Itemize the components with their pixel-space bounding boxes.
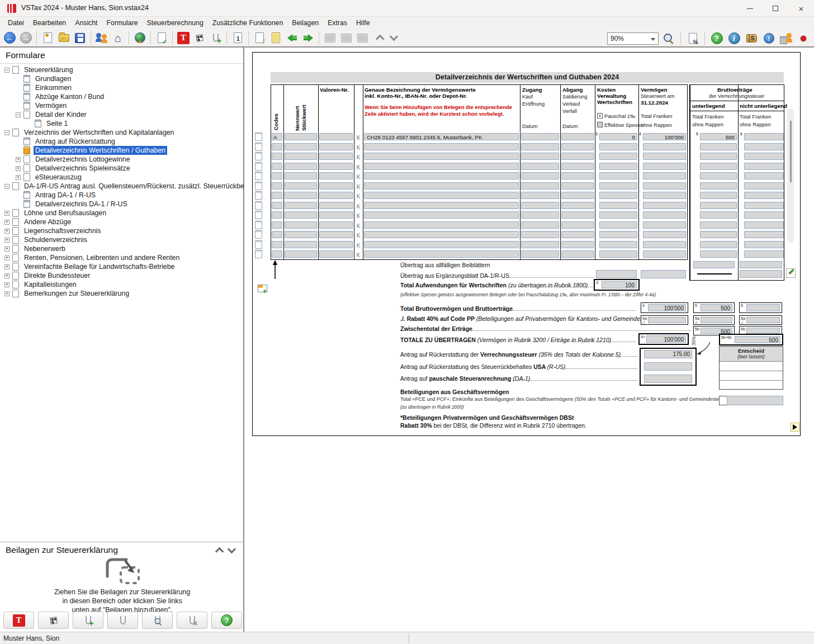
tree-item[interactable]: Löhne und Berufsauslagen <box>0 209 243 217</box>
valoren-field[interactable] <box>319 192 353 199</box>
row-document-icon[interactable] <box>255 240 262 249</box>
abgang-field[interactable] <box>561 182 594 190</box>
aufwendungen-total-field[interactable]: 100 <box>602 281 637 288</box>
menu-item[interactable]: Formulare <box>102 18 143 28</box>
nav-next-icon[interactable] <box>301 31 315 45</box>
total5-field[interactable]: 500 <box>701 304 732 311</box>
row-document-icon[interactable] <box>255 191 262 200</box>
row-document-icon[interactable] <box>255 162 262 171</box>
tree-item[interactable]: Kapitalleistungen <box>0 280 243 289</box>
row-document-icon[interactable] <box>255 201 262 210</box>
row-document-icon[interactable] <box>255 211 262 219</box>
nicht-unterliegend-field[interactable] <box>744 211 784 219</box>
tree-item[interactable]: Renten, Pensionen, Leibrenten und andere… <box>0 253 243 262</box>
abgang-field[interactable] <box>561 172 594 179</box>
vstax-logo-icon[interactable]: T <box>176 31 191 45</box>
tree-item-label[interactable]: eSteuerauszug <box>34 173 83 182</box>
abgang-field[interactable] <box>561 241 594 248</box>
totale4-field[interactable]: 100'000 <box>646 335 686 343</box>
totale5b6b-field[interactable]: 500 <box>735 336 780 343</box>
nennwert-field[interactable] <box>285 172 317 179</box>
tree-expander-icon[interactable] <box>4 273 10 278</box>
tax-calculator-icon[interactable] <box>779 31 793 46</box>
zugang-field[interactable] <box>521 221 559 229</box>
tree-expander-icon[interactable] <box>4 255 10 261</box>
unterliegend-field[interactable] <box>700 153 737 160</box>
kosten-field[interactable] <box>599 211 637 219</box>
tree-expander-icon[interactable] <box>4 238 10 243</box>
nennwert-field[interactable] <box>285 133 317 140</box>
tree-expander-icon[interactable] <box>4 68 10 73</box>
total5b-field[interactable]: 500 <box>701 328 732 334</box>
total4a-field[interactable] <box>648 317 686 323</box>
valoren-field[interactable] <box>319 221 353 229</box>
nicht-unterliegend-field[interactable] <box>744 153 784 160</box>
menu-item[interactable]: Ansicht <box>70 18 102 28</box>
tree-expander-icon[interactable] <box>4 229 10 234</box>
bezeichnung-field[interactable] <box>364 153 519 160</box>
tree-item-label[interactable]: Löhne und Berufsauslagen <box>22 209 108 217</box>
pce-field[interactable] <box>727 396 783 405</box>
zugang-field[interactable] <box>521 182 559 190</box>
home-icon[interactable]: ⌂ <box>111 31 125 45</box>
pauschal-checkbox[interactable]: × <box>597 113 603 119</box>
close-button[interactable]: × <box>788 0 814 17</box>
back-icon[interactable]: ← <box>2 31 17 45</box>
zugang-field[interactable] <box>521 153 559 160</box>
panel-up-icon[interactable] <box>212 545 224 555</box>
nav-previous-icon[interactable] <box>285 31 299 45</box>
tree-item[interactable]: Vermögen <box>0 101 243 110</box>
tree-item[interactable]: Detailverzeichnis DA-1 / R-US <box>0 200 243 209</box>
zugang-field[interactable] <box>521 211 559 219</box>
tree-item[interactable]: Detail der Kinder <box>0 110 243 119</box>
nicht-unterliegend-field[interactable] <box>744 202 784 209</box>
valoren-field[interactable] <box>319 211 353 219</box>
nicht-unterliegend-field[interactable] <box>744 231 784 238</box>
menu-item[interactable]: Datei <box>3 18 29 28</box>
tree-item[interactable]: Antrag DA-1 / R-US <box>0 191 243 200</box>
unterliegend-field[interactable] <box>700 221 737 229</box>
tree-item[interactable]: Nebenerwerb <box>0 244 243 253</box>
support-lifering-icon[interactable] <box>796 31 811 46</box>
uebertrag2-kosten-field[interactable] <box>596 270 637 278</box>
ledger-icon[interactable]: S <box>744 31 759 46</box>
document-edit-icon[interactable]: / <box>252 31 267 45</box>
new-document-icon[interactable] <box>40 31 55 45</box>
code-field[interactable] <box>272 221 282 229</box>
tree-item-label[interactable]: Vereinfachte Beilage für Landwirtschafts… <box>22 262 176 271</box>
scanner-icon[interactable] <box>192 31 207 45</box>
nicht-unterliegend-field[interactable] <box>744 241 784 248</box>
kosten-field[interactable]: 0 <box>599 133 637 140</box>
tree-item-label[interactable]: Liegenschaftsverzeichnis <box>22 226 102 235</box>
unterliegend-field[interactable] <box>700 172 737 179</box>
tree-item-label[interactable]: Detailverzeichnis Spieleinsätze <box>34 164 132 173</box>
globe-upload-icon[interactable]: ▲ <box>132 31 147 45</box>
tree-item[interactable]: eSteuerauszug <box>0 173 243 182</box>
valoren-field[interactable] <box>319 163 353 170</box>
nicht-unterliegend-field[interactable] <box>744 182 784 190</box>
row-document-icon[interactable] <box>255 152 262 160</box>
nennwert-field[interactable] <box>285 192 317 199</box>
vermoegen-field[interactable] <box>643 153 686 160</box>
add-row-icon[interactable]: + <box>258 285 267 292</box>
unterliegend-field[interactable] <box>700 250 737 258</box>
row-document-icon[interactable] <box>255 221 262 229</box>
bezeichnung-field[interactable] <box>364 221 519 229</box>
vermoegen-field[interactable]: 100'000 <box>643 133 686 140</box>
row-document-icon[interactable] <box>255 143 262 151</box>
nicht-unterliegend-field[interactable] <box>744 172 784 179</box>
vermoegen-field[interactable] <box>643 172 686 179</box>
document-one-icon[interactable]: 1 <box>230 31 245 45</box>
vermoegen-field[interactable] <box>643 241 686 248</box>
menu-item[interactable]: Steuerberechnung <box>143 18 208 28</box>
menu-item[interactable]: Beilagen <box>287 18 323 28</box>
kosten-field[interactable] <box>599 153 637 160</box>
kosten-field[interactable] <box>599 202 637 209</box>
tree-item[interactable]: Grundlagen <box>0 74 243 83</box>
bezeichnung-field[interactable] <box>364 250 519 258</box>
tree-item[interactable]: Einkommen <box>0 83 243 92</box>
kosten-field[interactable] <box>599 172 637 179</box>
uebertrag2-n-field[interactable] <box>740 270 782 278</box>
tree-item-label[interactable]: Direkte Bundessteuer <box>22 271 92 280</box>
valoren-field[interactable] <box>319 143 353 150</box>
